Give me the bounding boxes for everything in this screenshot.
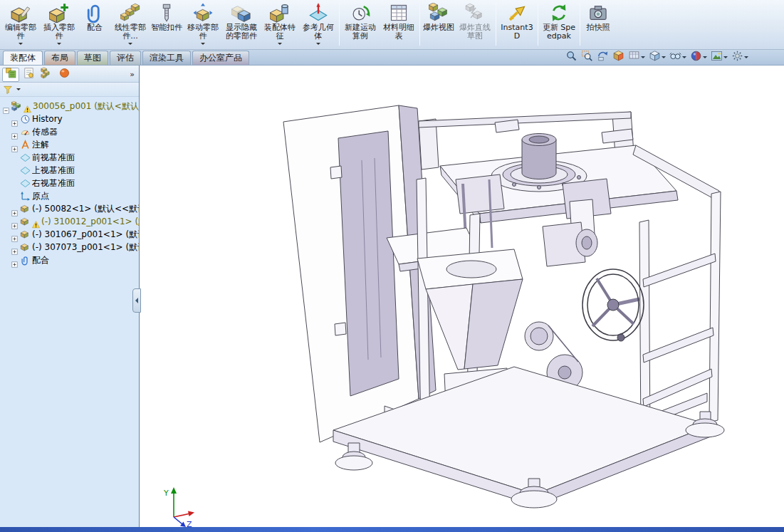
ribbon-button-snapshot[interactable]: 拍快照 xyxy=(582,1,615,48)
reference-geometry-icon xyxy=(308,3,328,23)
ribbon-button-explode-line-sketch[interactable]: 爆炸直线草图 xyxy=(456,1,494,48)
panel-tab-displaymanager[interactable] xyxy=(56,68,73,82)
expand-box-icon[interactable] xyxy=(11,129,18,135)
dropdown-arrow-icon xyxy=(57,43,61,47)
ribbon-button-reference-geometry[interactable]: 参考几何体 xyxy=(299,1,338,48)
tree-item[interactable]: (-) 301067_p001<1> (默认 xyxy=(1,228,139,241)
ribbon-button-linear-pattern[interactable]: 线性零部件... xyxy=(111,1,150,48)
tree-item[interactable]: 传感器 xyxy=(1,125,139,138)
tree-item-label: (-) 307073_p001<1> (默认 xyxy=(32,241,139,254)
panel-collapse-handle[interactable] xyxy=(132,288,141,313)
tree-item[interactable]: 右视基准面 xyxy=(1,177,139,189)
ribbon-button-smart-fasteners[interactable]: 智能扣件 xyxy=(150,1,184,48)
configurationmanager-icon xyxy=(41,67,53,82)
ribbon-button-assembly-features[interactable]: 装配体特征 xyxy=(261,1,299,48)
tree-item[interactable]: (-) 50082<1> (默认<<默认 xyxy=(1,202,139,215)
zoom-fit-icon xyxy=(565,50,577,65)
expand-box-icon[interactable] xyxy=(11,116,18,122)
view-button-zoom-fit[interactable] xyxy=(564,50,579,64)
dropdown-arrow-icon xyxy=(703,56,707,61)
assembly-model[interactable] xyxy=(263,93,769,520)
tree-item[interactable]: (-) 310012_p001<1> (默 xyxy=(1,215,139,228)
command-tab-3[interactable]: 草图 xyxy=(77,51,108,65)
panel-tabs-overflow[interactable]: » xyxy=(130,70,137,79)
taskbar-strip xyxy=(0,527,784,532)
part-icon xyxy=(20,204,31,214)
ribbon-button-move-component[interactable]: 移动零部件 xyxy=(184,1,222,48)
view-button-previous-view[interactable] xyxy=(595,50,610,64)
tree-item[interactable]: 注解 xyxy=(1,138,139,151)
triad-z-label: Z xyxy=(187,520,192,527)
view-button-hide-show-items[interactable] xyxy=(668,50,688,64)
view-button-edit-appearance[interactable] xyxy=(689,50,709,64)
tree-item-label: (-) 310012_p001<1> (默 xyxy=(41,216,139,228)
expand-box-icon[interactable] xyxy=(11,244,18,251)
tree-item-label: 注解 xyxy=(32,139,49,151)
ribbon-button-label: 线性零部件... xyxy=(113,24,148,40)
part-icon xyxy=(20,229,31,240)
dropdown-arrow-icon xyxy=(128,43,132,47)
ribbon-button-exploded-view[interactable]: 爆炸视图 xyxy=(422,1,456,48)
command-tab-1[interactable]: 装配体 xyxy=(3,51,43,65)
command-tab-2[interactable]: 布局 xyxy=(44,51,75,65)
main-area: » 300056_p001 (默认<默认_显History传感器注解前视基准面上… xyxy=(0,66,784,527)
collapse-box-icon[interactable] xyxy=(3,103,9,110)
panel-tab-featuremanager[interactable] xyxy=(2,68,19,82)
display-style-icon xyxy=(649,50,661,65)
section-view-icon xyxy=(612,50,624,65)
tree-item[interactable]: History xyxy=(1,113,139,125)
tree-item[interactable]: 前视基准面 xyxy=(1,151,139,164)
expand-box-icon[interactable] xyxy=(11,231,18,238)
tree-item[interactable]: 上视基准面 xyxy=(1,164,139,177)
expand-box-icon[interactable] xyxy=(11,206,18,212)
view-button-view-settings[interactable] xyxy=(730,50,750,64)
ribbon-button-label: 移动零部件 xyxy=(185,24,221,40)
model-back-cabinet[interactable] xyxy=(283,105,436,442)
snapshot-icon xyxy=(588,3,608,23)
dropdown-arrow-icon xyxy=(641,56,645,61)
tree-item[interactable]: (-) 307073_p001<1> (默认 xyxy=(1,241,139,254)
ribbon-button-insert-component[interactable]: 插入零部件 xyxy=(40,1,78,48)
ribbon-button-edit-component[interactable]: 编辑零部件 xyxy=(1,1,40,48)
ribbon-button-show-hidden[interactable]: 显示隐藏的零部件 xyxy=(222,1,261,48)
tree-filter-row xyxy=(0,83,139,97)
graphics-viewport[interactable]: Y Z xyxy=(140,66,784,527)
view-button-display-style[interactable] xyxy=(647,50,667,64)
model-handwheel[interactable] xyxy=(582,269,644,341)
expand-box-icon[interactable] xyxy=(11,219,18,225)
ribbon-separator xyxy=(538,3,538,46)
warning-icon xyxy=(32,218,40,226)
dropdown-arrow-icon xyxy=(682,56,686,61)
ribbon-button-bom[interactable]: 材料明细表 xyxy=(380,1,418,48)
view-button-apply-scene[interactable] xyxy=(709,50,729,64)
ribbon: 编辑零部件插入零部件配合线性零部件...智能扣件移动零部件显示隐藏的零部件装配体… xyxy=(0,0,784,50)
tree-item[interactable]: 300056_p001 (默认<默认_显 xyxy=(1,100,139,113)
command-tab-6[interactable]: 办公室产品 xyxy=(192,51,249,65)
view-button-section-view[interactable] xyxy=(611,50,626,64)
view-button-view-orientation[interactable] xyxy=(627,50,647,64)
command-tab-4[interactable]: 评估 xyxy=(110,51,141,65)
triad-y-label: Y xyxy=(163,489,169,498)
ribbon-button-mate[interactable]: 配合 xyxy=(78,1,111,48)
history-icon xyxy=(20,114,31,125)
expand-box-icon[interactable] xyxy=(11,142,18,148)
dropdown-arrow-icon xyxy=(201,43,205,47)
expand-box-icon[interactable] xyxy=(11,257,18,264)
tree-item[interactable]: 配合 xyxy=(1,254,139,266)
sensors-icon xyxy=(20,127,31,137)
previous-view-icon xyxy=(597,50,609,65)
part-icon xyxy=(20,217,31,227)
ribbon-button-label: 新建运动算例 xyxy=(343,24,378,40)
view-button-zoom-area[interactable] xyxy=(580,50,595,64)
ribbon-button-instant3d[interactable]: Instant3D xyxy=(498,1,536,48)
panel-tab-configurationmanager[interactable] xyxy=(38,68,55,82)
ribbon-button-update-speedpak[interactable]: 更新 Speedpak xyxy=(540,1,578,48)
ribbon-button-motion-study[interactable]: 新建运动算例 xyxy=(341,1,380,48)
filter-funnel-icon[interactable] xyxy=(3,84,14,95)
ribbon-separator xyxy=(580,3,580,46)
filter-dropdown-arrow-icon[interactable] xyxy=(16,88,21,93)
tree-item[interactable]: 原点 xyxy=(1,189,139,202)
dropdown-arrow-icon xyxy=(278,43,282,47)
command-tab-5[interactable]: 渲染工具 xyxy=(142,51,191,65)
panel-tab-propertymanager[interactable] xyxy=(20,68,37,82)
